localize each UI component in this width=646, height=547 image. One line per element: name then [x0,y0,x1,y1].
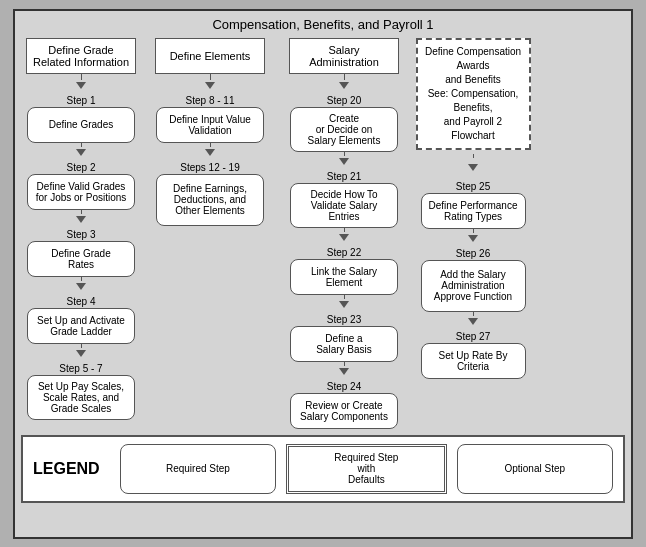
column-4: Step 25 Define Performance Rating Types … [413,177,533,379]
column-4-area: Define Compensation Awards and Benefits … [413,38,533,379]
step-group-3-4: Step 23 Define a Salary Basis [290,310,398,362]
step-box-3-5: Review or Create Salary Components [290,393,398,429]
step-group-4-2: Step 26 Add the Salary Administration Ap… [421,244,526,312]
step-group-1-3: Step 3 Define Grade Rates [27,225,135,277]
step-label-1-1: Step 1 [67,95,96,106]
step-box-2-2: Define Earnings, Deductions, and Other E… [156,174,264,226]
ad [205,149,215,156]
step-group-3-5: Step 24 Review or Create Salary Componen… [290,377,398,429]
ad [468,235,478,242]
step-label-3-2: Step 21 [327,171,361,182]
step-group-3-2: Step 21 Decide How To Validate Salary En… [290,167,398,228]
al [473,312,474,316]
ad [468,318,478,325]
step-label-3-5: Step 24 [327,381,361,392]
step-label-1-2: Step 2 [67,162,96,173]
step-box-1-5: Set Up Pay Scales, Scale Rates, and Grad… [27,375,135,420]
step-group-2-2: Steps 12 - 19 Define Earnings, Deduction… [156,158,264,226]
column-3: Salary Administration Step 20 Create or … [279,38,409,429]
al [344,295,345,299]
step-label-2-1: Step 8 - 11 [186,95,235,106]
al [344,228,345,232]
ad [339,301,349,308]
step-label-1-3: Step 3 [67,229,96,240]
legend-area: LEGEND Required Step Required Step with … [21,435,625,503]
col1-header: Define Grade Related Information [26,38,136,74]
step-group-3-1: Step 20 Create or Decide on Salary Eleme… [290,91,398,152]
step-label-1-4: Step 4 [67,296,96,307]
step-label-4-3: Step 27 [421,331,526,342]
legend-required-step-defaults: Required Step with Defaults [286,444,446,494]
arrow-line-1 [81,74,82,80]
legend-optional-step: Optional Step [457,444,613,494]
al [344,74,345,80]
al [344,152,345,156]
al [81,344,82,348]
step-box-2-1: Define Input Value Validation [156,107,264,143]
step-box-4-2: Add the Salary Administration Approve Fu… [421,260,526,312]
step-group-1-5: Step 5 - 7 Set Up Pay Scales, Scale Rate… [27,359,135,420]
step-group-3-3: Step 22 Link the Salary Element [290,243,398,295]
main-title: Compensation, Benefits, and Payroll 1 [21,17,625,32]
al [210,143,211,147]
al [344,362,345,366]
ad [339,368,349,375]
step-label-2-2: Steps 12 - 19 [180,162,239,173]
step-label-4-2: Step 26 [421,248,526,259]
legend-title: LEGEND [33,460,100,478]
step-group-1-2: Step 2 Define Valid Grades for Jobs or P… [27,158,135,210]
step-group-1-1: Step 1 Define Grades [27,91,135,143]
al [81,277,82,281]
arrow-down-1 [76,82,86,89]
ad [76,149,86,156]
step-box-1-3: Define Grade Rates [27,241,135,277]
step-box-1-4: Set Up and Activate Grade Ladder [27,308,135,344]
al [81,210,82,214]
flowchart-row: Define Grade Related Information Step 1 … [21,38,625,429]
ad [76,350,86,357]
step-box-3-1: Create or Decide on Salary Elements [290,107,398,152]
step-label-4-1: Step 25 [421,181,526,192]
ad [468,164,478,171]
step-label-3-4: Step 23 [327,314,361,325]
al [473,154,474,158]
step-label-3-3: Step 22 [327,247,361,258]
legend-required-step: Required Step [120,444,276,494]
ad [205,82,215,89]
column-2: Define Elements Step 8 - 11 Define Input… [145,38,275,226]
step-box-1-2: Define Valid Grades for Jobs or Position… [27,174,135,210]
column-1: Define Grade Related Information Step 1 … [21,38,141,420]
ad [339,158,349,165]
step-box-4-3: Set Up Rate By Criteria [421,343,526,379]
step-group-1-4: Step 4 Set Up and Activate Grade Ladder [27,292,135,344]
step-box-3-2: Decide How To Validate Salary Entries [290,183,398,228]
al [210,74,211,80]
step-group-2-1: Step 8 - 11 Define Input Value Validatio… [156,91,264,143]
step-box-3-3: Link the Salary Element [290,259,398,295]
ad [76,216,86,223]
step-group-4-3: Step 27 Set Up Rate By Criteria [421,327,526,379]
step-label-1-5: Step 5 - 7 [59,363,102,374]
step-box-3-4: Define a Salary Basis [290,326,398,362]
col3-header: Salary Administration [289,38,399,74]
ref-box: Define Compensation Awards and Benefits … [416,38,531,150]
ad [339,234,349,241]
al [81,143,82,147]
step-box-4-1: Define Performance Rating Types [421,193,526,229]
step-group-4-1: Step 25 Define Performance Rating Types [421,177,526,229]
step-label-3-1: Step 20 [327,95,361,106]
step-box-1-1: Define Grades [27,107,135,143]
main-container: Compensation, Benefits, and Payroll 1 De… [13,9,633,539]
col2-header: Define Elements [155,38,265,74]
al [473,229,474,233]
ad [76,283,86,290]
ad [339,82,349,89]
